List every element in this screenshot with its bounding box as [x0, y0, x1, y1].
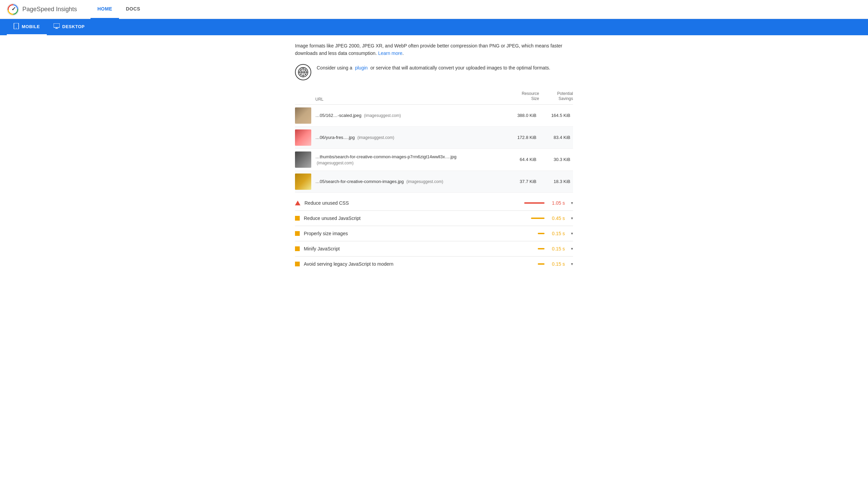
- row-url: …thumbs/search-for-creative-common-image…: [315, 154, 505, 165]
- audit-item-minify-js[interactable]: Minify JavaScript 0.15 s ▾: [295, 241, 573, 257]
- logo-area: PageSpeed Insights: [7, 3, 77, 16]
- row-url: …06/yura-fres….jpg (imagesuggest.com): [315, 135, 505, 140]
- svg-rect-5: [54, 23, 60, 27]
- app-title: PageSpeed Insights: [22, 6, 77, 13]
- description-suffix: .: [402, 50, 404, 56]
- url-domain: (imagesuggest.com): [406, 179, 443, 184]
- row-url: …05/162…-scaled.jpeg (imagesuggest.com): [315, 113, 505, 118]
- resource-table-body: …05/162…-scaled.jpeg (imagesuggest.com) …: [295, 105, 573, 193]
- warning-square-icon: [295, 262, 300, 266]
- warning-square-icon: [295, 231, 300, 236]
- audit-time: 0.15 s: [548, 246, 565, 251]
- audit-label: Reduce unused JavaScript: [304, 216, 531, 221]
- top-nav: PageSpeed Insights HOME DOCS: [0, 0, 868, 19]
- audit-bar: [524, 202, 545, 204]
- svg-point-4: [16, 28, 17, 28]
- audit-label: Reduce unused CSS: [304, 200, 524, 206]
- url-domain: (imagesuggest.com): [317, 161, 354, 165]
- audit-list: Reduce unused CSS 1.05 s ▾ Reduce unused…: [295, 196, 573, 271]
- chevron-down-icon: ▾: [571, 262, 573, 266]
- desktop-icon: [54, 23, 60, 30]
- nav-docs[interactable]: DOCS: [119, 0, 147, 19]
- url-text: …05/162…-scaled.jpeg: [315, 113, 361, 118]
- audit-score-area: 0.15 s ▾: [538, 246, 573, 251]
- audit-label: Properly size images: [304, 231, 538, 236]
- row-potential-savings: 164.5 KiB: [539, 113, 573, 118]
- url-domain: (imagesuggest.com): [357, 135, 394, 140]
- row-resource-size: 37.7 KiB: [505, 179, 539, 184]
- audit-bar: [531, 218, 545, 219]
- audit-time: 0.15 s: [548, 231, 565, 236]
- row-potential-savings: 30.3 KiB: [539, 157, 573, 162]
- mobile-mode-button[interactable]: MOBILE: [7, 19, 47, 35]
- audit-score-area: 1.05 s ▾: [524, 200, 573, 206]
- chevron-down-icon: ▾: [571, 216, 573, 221]
- chevron-down-icon: ▾: [571, 246, 573, 251]
- wordpress-svg-icon: [298, 67, 309, 78]
- wp-plugin-link[interactable]: plugin: [355, 65, 368, 70]
- row-thumbnail: [295, 107, 311, 124]
- pagespeed-logo-icon: [7, 3, 19, 16]
- chevron-down-icon: ▾: [571, 231, 573, 236]
- audit-time: 0.45 s: [548, 216, 565, 221]
- url-text: …05/search-for-creative-common-images.jp…: [315, 179, 404, 184]
- header-resource-size: Resource Size: [505, 91, 539, 102]
- row-thumbnail: [295, 129, 311, 146]
- audit-bar: [538, 233, 545, 234]
- mobile-svg-icon: [14, 23, 19, 29]
- table-header: URL Resource Size Potential Savings: [295, 88, 573, 105]
- description-text: Image formats like JPEG 2000, JPEG XR, a…: [295, 43, 563, 56]
- table-row: …thumbs/search-for-creative-common-image…: [295, 149, 573, 171]
- warning-square-icon: [295, 246, 300, 251]
- wp-text-paragraph: Consider using a plugin or service that …: [317, 64, 550, 72]
- nav-home[interactable]: HOME: [91, 0, 119, 19]
- svg-point-2: [12, 9, 14, 10]
- mobile-icon: [14, 23, 19, 30]
- table-row: …06/yura-fres….jpg (imagesuggest.com) 17…: [295, 127, 573, 149]
- row-thumbnail: [295, 174, 311, 190]
- wordpress-logo: [295, 64, 311, 80]
- audit-bar: [538, 248, 545, 249]
- wp-note-prefix: Consider using a: [317, 65, 352, 70]
- row-resource-size: 388.0 KiB: [505, 113, 539, 118]
- desktop-svg-icon: [54, 23, 60, 29]
- url-text: …06/yura-fres….jpg: [315, 135, 355, 140]
- audit-item-reduce-js[interactable]: Reduce unused JavaScript 0.45 s ▾: [295, 211, 573, 226]
- row-url: …05/search-for-creative-common-images.jp…: [315, 179, 505, 184]
- warning-triangle-icon: [295, 201, 300, 205]
- audit-time: 1.05 s: [548, 200, 565, 206]
- audit-time: 0.15 s: [548, 261, 565, 267]
- nav-links: HOME DOCS: [91, 0, 147, 19]
- row-resource-size: 64.4 KiB: [505, 157, 539, 162]
- description-paragraph: Image formats like JPEG 2000, JPEG XR, a…: [295, 42, 573, 57]
- row-potential-savings: 83.4 KiB: [539, 135, 573, 140]
- wordpress-note: Consider using a plugin or service that …: [295, 64, 573, 80]
- desktop-mode-button[interactable]: DESKTOP: [47, 19, 92, 35]
- table-row: …05/search-for-creative-common-images.jp…: [295, 171, 573, 193]
- audit-item-reduce-css[interactable]: Reduce unused CSS 1.05 s ▾: [295, 196, 573, 211]
- mode-bar: MOBILE DESKTOP: [0, 19, 868, 35]
- desktop-label: DESKTOP: [62, 24, 85, 29]
- audit-score-area: 0.15 s ▾: [538, 261, 573, 267]
- main-content: Image formats like JPEG 2000, JPEG XR, a…: [281, 35, 587, 278]
- learn-more-link[interactable]: Learn more: [378, 50, 402, 56]
- audit-item-avoid-legacy-js[interactable]: Avoid serving legacy JavaScript to moder…: [295, 257, 573, 271]
- audit-score-area: 0.45 s ▾: [531, 216, 573, 221]
- audit-bar: [538, 263, 545, 265]
- wp-note-suffix: or service that will automatically conve…: [370, 65, 550, 70]
- audit-score-area: 0.15 s ▾: [538, 231, 573, 236]
- url-text-multiline: …thumbs/search-for-creative-common-image…: [315, 154, 505, 160]
- mobile-label: MOBILE: [22, 24, 40, 29]
- header-url: URL: [295, 97, 505, 102]
- url-domain: (imagesuggest.com): [364, 113, 401, 118]
- row-potential-savings: 18.3 KiB: [539, 179, 573, 184]
- row-resource-size: 172.8 KiB: [505, 135, 539, 140]
- audit-label: Minify JavaScript: [304, 246, 538, 251]
- table-row: …05/162…-scaled.jpeg (imagesuggest.com) …: [295, 105, 573, 127]
- audit-item-size-images[interactable]: Properly size images 0.15 s ▾: [295, 226, 573, 241]
- header-potential-savings: Potential Savings: [539, 91, 573, 102]
- chevron-down-icon: ▾: [571, 201, 573, 205]
- audit-label: Avoid serving legacy JavaScript to moder…: [304, 261, 538, 267]
- row-thumbnail: [295, 151, 311, 168]
- warning-square-icon: [295, 216, 300, 221]
